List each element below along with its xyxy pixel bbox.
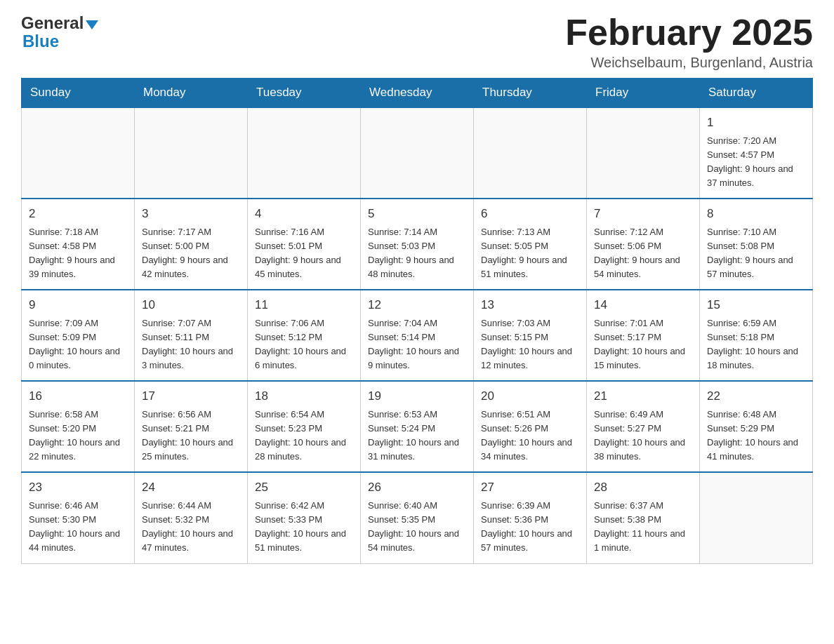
day-cell: 28Sunrise: 6:37 AMSunset: 5:38 PMDayligh… [587, 472, 700, 563]
month-title: February 2025 [565, 14, 813, 51]
day-cell: 12Sunrise: 7:04 AMSunset: 5:14 PMDayligh… [361, 290, 474, 381]
day-number: 24 [142, 478, 240, 497]
day-number: 21 [594, 387, 692, 405]
day-cell: 2Sunrise: 7:18 AMSunset: 4:58 PMDaylight… [22, 199, 135, 290]
day-number: 26 [368, 478, 466, 497]
weekday-header-row: SundayMondayTuesdayWednesdayThursdayFrid… [22, 79, 813, 108]
day-cell: 16Sunrise: 6:58 AMSunset: 5:20 PMDayligh… [22, 381, 135, 472]
title-block: February 2025 Weichselbaum, Burgenland, … [565, 14, 813, 71]
day-info: Sunrise: 6:49 AMSunset: 5:27 PMDaylight:… [594, 408, 692, 464]
day-cell: 26Sunrise: 6:40 AMSunset: 5:35 PMDayligh… [361, 472, 474, 563]
day-cell [587, 107, 700, 199]
logo-triangle-icon [86, 20, 98, 29]
day-info: Sunrise: 6:40 AMSunset: 5:35 PMDaylight:… [368, 499, 466, 556]
day-number: 22 [707, 387, 805, 405]
day-number: 20 [481, 387, 579, 405]
day-number: 6 [481, 205, 579, 223]
day-cell: 17Sunrise: 6:56 AMSunset: 5:21 PMDayligh… [135, 381, 248, 472]
day-cell [474, 107, 587, 199]
day-info: Sunrise: 7:12 AMSunset: 5:06 PMDaylight:… [594, 225, 692, 282]
day-info: Sunrise: 7:10 AMSunset: 5:08 PMDaylight:… [707, 225, 805, 282]
weekday-header-tuesday: Tuesday [248, 79, 361, 108]
day-number: 8 [707, 205, 805, 223]
day-info: Sunrise: 6:46 AMSunset: 5:30 PMDaylight:… [29, 499, 127, 556]
day-number: 9 [29, 296, 127, 314]
day-info: Sunrise: 7:13 AMSunset: 5:05 PMDaylight:… [481, 225, 579, 282]
day-info: Sunrise: 7:14 AMSunset: 5:03 PMDaylight:… [368, 225, 466, 282]
week-row-5: 23Sunrise: 6:46 AMSunset: 5:30 PMDayligh… [22, 472, 813, 563]
day-cell: 23Sunrise: 6:46 AMSunset: 5:30 PMDayligh… [22, 472, 135, 563]
day-number: 13 [481, 296, 579, 314]
day-cell [135, 107, 248, 199]
day-cell: 6Sunrise: 7:13 AMSunset: 5:05 PMDaylight… [474, 199, 587, 290]
day-number: 7 [594, 205, 692, 223]
day-info: Sunrise: 6:42 AMSunset: 5:33 PMDaylight:… [255, 499, 353, 556]
day-number: 27 [481, 478, 579, 497]
day-info: Sunrise: 6:54 AMSunset: 5:23 PMDaylight:… [255, 408, 353, 464]
weekday-header-saturday: Saturday [700, 79, 813, 108]
day-info: Sunrise: 7:17 AMSunset: 5:00 PMDaylight:… [142, 225, 240, 282]
day-info: Sunrise: 7:06 AMSunset: 5:12 PMDaylight:… [255, 316, 353, 373]
day-cell: 5Sunrise: 7:14 AMSunset: 5:03 PMDaylight… [361, 199, 474, 290]
day-info: Sunrise: 7:16 AMSunset: 5:01 PMDaylight:… [255, 225, 353, 282]
day-info: Sunrise: 6:51 AMSunset: 5:26 PMDaylight:… [481, 408, 579, 464]
weekday-header-monday: Monday [135, 79, 248, 108]
day-number: 5 [368, 205, 466, 223]
day-cell: 22Sunrise: 6:48 AMSunset: 5:29 PMDayligh… [700, 381, 813, 472]
day-info: Sunrise: 6:44 AMSunset: 5:32 PMDaylight:… [142, 499, 240, 556]
day-info: Sunrise: 6:58 AMSunset: 5:20 PMDaylight:… [29, 408, 127, 464]
calendar-table: SundayMondayTuesdayWednesdayThursdayFrid… [21, 78, 813, 564]
day-cell: 15Sunrise: 6:59 AMSunset: 5:18 PMDayligh… [700, 290, 813, 381]
day-cell: 14Sunrise: 7:01 AMSunset: 5:17 PMDayligh… [587, 290, 700, 381]
day-info: Sunrise: 7:18 AMSunset: 4:58 PMDaylight:… [29, 225, 127, 282]
page-header: General Blue February 2025 Weichselbaum,… [21, 14, 813, 71]
day-number: 23 [29, 478, 127, 497]
day-info: Sunrise: 7:04 AMSunset: 5:14 PMDaylight:… [368, 316, 466, 373]
day-cell: 24Sunrise: 6:44 AMSunset: 5:32 PMDayligh… [135, 472, 248, 563]
day-info: Sunrise: 7:03 AMSunset: 5:15 PMDaylight:… [481, 316, 579, 373]
day-cell [700, 472, 813, 563]
day-cell: 25Sunrise: 6:42 AMSunset: 5:33 PMDayligh… [248, 472, 361, 563]
day-info: Sunrise: 7:07 AMSunset: 5:11 PMDaylight:… [142, 316, 240, 373]
day-cell: 13Sunrise: 7:03 AMSunset: 5:15 PMDayligh… [474, 290, 587, 381]
day-number: 10 [142, 296, 240, 314]
day-cell: 4Sunrise: 7:16 AMSunset: 5:01 PMDaylight… [248, 199, 361, 290]
day-cell: 27Sunrise: 6:39 AMSunset: 5:36 PMDayligh… [474, 472, 587, 563]
day-cell [361, 107, 474, 199]
day-cell: 1Sunrise: 7:20 AMSunset: 4:57 PMDaylight… [700, 107, 813, 199]
day-number: 16 [29, 387, 127, 405]
day-number: 28 [594, 478, 692, 497]
week-row-3: 9Sunrise: 7:09 AMSunset: 5:09 PMDaylight… [22, 290, 813, 381]
day-cell: 10Sunrise: 7:07 AMSunset: 5:11 PMDayligh… [135, 290, 248, 381]
day-number: 25 [255, 478, 353, 497]
logo-general-text: General [21, 14, 84, 32]
day-cell: 19Sunrise: 6:53 AMSunset: 5:24 PMDayligh… [361, 381, 474, 472]
weekday-header-sunday: Sunday [22, 79, 135, 108]
day-info: Sunrise: 7:01 AMSunset: 5:17 PMDaylight:… [594, 316, 692, 373]
day-cell: 8Sunrise: 7:10 AMSunset: 5:08 PMDaylight… [700, 199, 813, 290]
day-info: Sunrise: 6:39 AMSunset: 5:36 PMDaylight:… [481, 499, 579, 556]
day-number: 19 [368, 387, 466, 405]
day-cell: 11Sunrise: 7:06 AMSunset: 5:12 PMDayligh… [248, 290, 361, 381]
day-info: Sunrise: 7:09 AMSunset: 5:09 PMDaylight:… [29, 316, 127, 373]
weekday-header-friday: Friday [587, 79, 700, 108]
weekday-header-wednesday: Wednesday [361, 79, 474, 108]
weekday-header-thursday: Thursday [474, 79, 587, 108]
logo: General Blue [21, 14, 98, 51]
day-number: 18 [255, 387, 353, 405]
day-number: 3 [142, 205, 240, 223]
location-subtitle: Weichselbaum, Burgenland, Austria [565, 55, 813, 71]
week-row-1: 1Sunrise: 7:20 AMSunset: 4:57 PMDaylight… [22, 107, 813, 199]
day-number: 14 [594, 296, 692, 314]
week-row-4: 16Sunrise: 6:58 AMSunset: 5:20 PMDayligh… [22, 381, 813, 472]
day-info: Sunrise: 6:56 AMSunset: 5:21 PMDaylight:… [142, 408, 240, 464]
day-number: 12 [368, 296, 466, 314]
day-cell: 9Sunrise: 7:09 AMSunset: 5:09 PMDaylight… [22, 290, 135, 381]
day-number: 17 [142, 387, 240, 405]
day-cell: 3Sunrise: 7:17 AMSunset: 5:00 PMDaylight… [135, 199, 248, 290]
day-number: 1 [707, 114, 805, 132]
day-info: Sunrise: 6:48 AMSunset: 5:29 PMDaylight:… [707, 408, 805, 464]
day-number: 11 [255, 296, 353, 314]
day-cell: 7Sunrise: 7:12 AMSunset: 5:06 PMDaylight… [587, 199, 700, 290]
day-cell [22, 107, 135, 199]
